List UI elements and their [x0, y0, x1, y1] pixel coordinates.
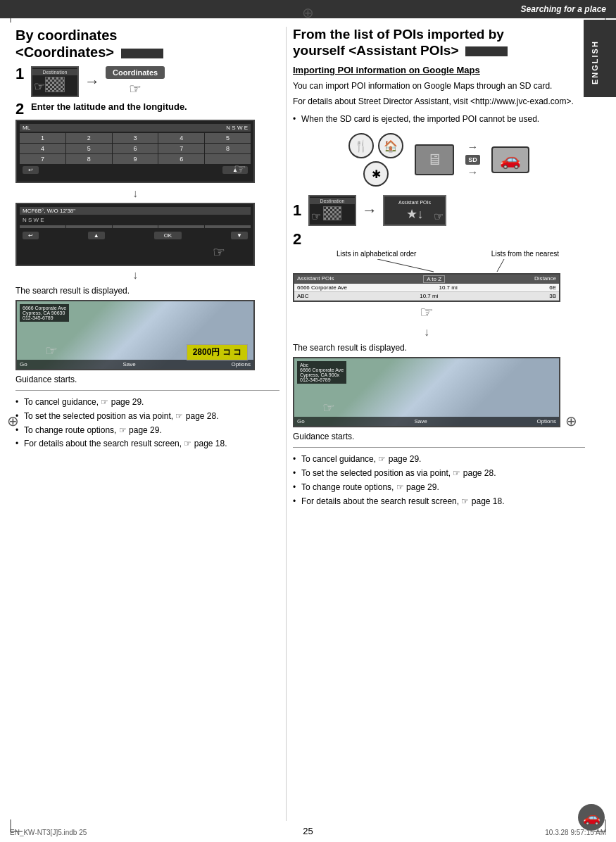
checkerboard-icon — [45, 77, 65, 92]
svg-line-1 — [497, 259, 504, 272]
table-labels: Lists in alphabetical order Lists from t… — [293, 250, 560, 258]
coord-btn-wrapper: Coordinates ☞ — [106, 66, 165, 97]
coord-display: N S W E — [20, 216, 251, 224]
page-number: 25 — [303, 826, 313, 836]
left-bullet-1: To cancel guidance, ☞ page 29. — [15, 396, 279, 408]
row2-col1: ABC — [297, 293, 308, 299]
right-hand-poi: ☞ — [434, 210, 444, 223]
right-save-label: Save — [414, 418, 427, 425]
star-down-icon: ★↓ — [406, 206, 424, 222]
car-icon: 🚗 — [491, 146, 529, 173]
right-options-label: Options — [536, 418, 556, 425]
right-go-label: Go — [297, 418, 305, 425]
row1-col1: 6666 Corporate Ave — [297, 284, 347, 291]
hand-icon-map1: ☞ — [45, 342, 58, 359]
left-column: By coordinates <Coordinates> 1 Destinati… — [15, 27, 279, 452]
right-bullet-3: To change route options, ☞ page 29. — [293, 482, 585, 494]
star-icon: ✱ — [363, 161, 389, 187]
left-caption-1: The search result is displayed. — [15, 286, 279, 296]
step2-row: 2 Enter the latitude and the longitude. — [15, 101, 279, 117]
sd-badge: SD — [465, 155, 480, 165]
hand-icon-right-map: ☞ — [322, 399, 335, 416]
step2-header: 2 Enter the latitude and the longitude. — [15, 101, 279, 117]
save-label: Save — [122, 361, 135, 367]
poi-table: Assistant POIs A to Z Distance 6666 Corp… — [293, 273, 560, 302]
title-bar-decoration — [121, 49, 163, 58]
poi-icons-group: 🍴 🏠 ✱ — [348, 133, 403, 187]
header-title: Searching for a place — [521, 4, 606, 14]
price-badge: 2800円 コ コ — [187, 344, 248, 360]
nav-bar-1: ML N S W E — [20, 124, 251, 132]
right-bullet-2: To set the selected position as via poin… — [293, 467, 585, 479]
right-arrow-step1: → — [362, 201, 377, 220]
left-caption-2: Guidance starts. — [15, 375, 279, 384]
right-hand-dest: ☞ — [311, 210, 321, 223]
import-bullet-1: When the SD card is ejected, the importe… — [293, 113, 585, 125]
import-heading: Importing POI information on Google Maps — [293, 65, 585, 75]
svg-line-0 — [377, 259, 434, 272]
right-title-bar-decoration — [465, 46, 508, 56]
right-step1-num: 1 — [293, 203, 304, 218]
go-label: Go — [20, 361, 27, 367]
car-symbol: 🚗 — [500, 150, 521, 170]
import-text2: For details about Street Director Assist… — [293, 95, 585, 108]
table-area: Lists in alphabetical order Lists from t… — [293, 250, 560, 322]
hand-icon-coord: ☞ — [129, 80, 142, 97]
right-dest-screen: Destination ☞ — [308, 195, 356, 226]
row2-col3: 3B — [549, 293, 556, 299]
nav-bar-2: MCF6B°, W/O 12'38" — [20, 207, 251, 215]
assistant-poi-screen: Assistant POIs ★↓ ☞ — [383, 195, 446, 226]
car-nav-icon: 🚗 — [578, 804, 606, 832]
key-grid-2 — [20, 225, 251, 228]
assist-poi-label: Assistant POIs — [398, 200, 431, 205]
row1-col3: 6E — [549, 284, 556, 291]
monitor-symbol: 🖥 — [427, 151, 442, 169]
coordinates-button[interactable]: Coordinates — [106, 66, 165, 79]
map-address: 6666 Corporate AveCypress, CA 90630012-3… — [20, 304, 69, 322]
right-bullet-list: To cancel guidance, ☞ page 29. To set th… — [293, 453, 585, 507]
crosshair-left-icon: ⊕ — [7, 413, 19, 429]
crosshair-right-icon: ⊕ — [565, 413, 577, 429]
dest-screen-label: Destination — [32, 69, 77, 75]
hand-icon-kb1: ☞ — [234, 161, 246, 177]
left-bullet-2: To set the selected position as via poin… — [15, 410, 279, 422]
right-map-bottom-bar: Go Save Options — [294, 417, 559, 426]
step2-label: Enter the latitude and the longitude. — [31, 101, 187, 112]
right-section-title: From the list of POIs imported by yourse… — [293, 27, 585, 59]
import-bullets: When the SD card is ejected, the importe… — [293, 113, 585, 125]
vertical-divider — [286, 27, 287, 821]
right-checkerboard — [323, 206, 341, 220]
row1-col2: 10.7 mi — [439, 284, 457, 291]
bottom-bar-1: ↩ ▲ — [20, 166, 251, 174]
right-down-arrow: ↓ — [293, 326, 560, 339]
right-divider — [293, 447, 585, 448]
map-bottom-bar: Go Save Options — [17, 360, 253, 369]
hand-icon-dest: ☞ — [34, 79, 45, 94]
row2-col2: 10.7 mi — [420, 293, 438, 299]
restaurant-icon: 🍴 — [348, 133, 374, 158]
map-screen-right: Abc6666 Corporate AveCypress, CA 900x012… — [293, 357, 560, 427]
right-map-address: Abc6666 Corporate AveCypress, CA 900x012… — [297, 361, 346, 384]
step1-content: Destination ☞ → Coordinates ☞ — [31, 66, 165, 97]
options-label: Options — [231, 361, 251, 367]
step1-row: 1 Destination ☞ → Coordinates ☞ — [15, 66, 279, 97]
table-row-1: 6666 Corporate Ave 10.7 mi 6E — [294, 284, 559, 292]
left-bullet-4: For details about the search result scre… — [15, 438, 279, 450]
car-circle-icon: 🚗 — [578, 804, 605, 831]
left-divider — [15, 390, 279, 391]
hand-icon-table: ☞ — [420, 303, 434, 322]
english-tab: ENGLISH — [584, 20, 616, 97]
sd-diagram: 🍴 🏠 ✱ 🖥 → SD → 🚗 — [293, 132, 585, 188]
computer-icon: 🖥 — [415, 144, 454, 175]
right-dest-label: Destination — [310, 198, 355, 204]
keyboard-screen-2: MCF6B°, W/O 12'38" N S W E ↩ ▲ OK ▼ ☞ — [15, 203, 255, 266]
step1-number: 1 — [15, 66, 27, 82]
down-arrow-2: ↓ — [15, 269, 255, 282]
left-bullet-3: To change route options, ☞ page 29. — [15, 425, 279, 436]
right-column: From the list of POIs imported by yourse… — [293, 27, 585, 510]
right-step2-row: 2 — [293, 232, 585, 247]
right-arrow-sd2: → — [467, 166, 478, 179]
left-bullet-list: To cancel guidance, ☞ page 29. To set th… — [15, 396, 279, 450]
right-arrow-sd: → — [467, 141, 478, 153]
footer-left: EN_KW-NT3[J]5.indb 25 — [10, 829, 87, 836]
